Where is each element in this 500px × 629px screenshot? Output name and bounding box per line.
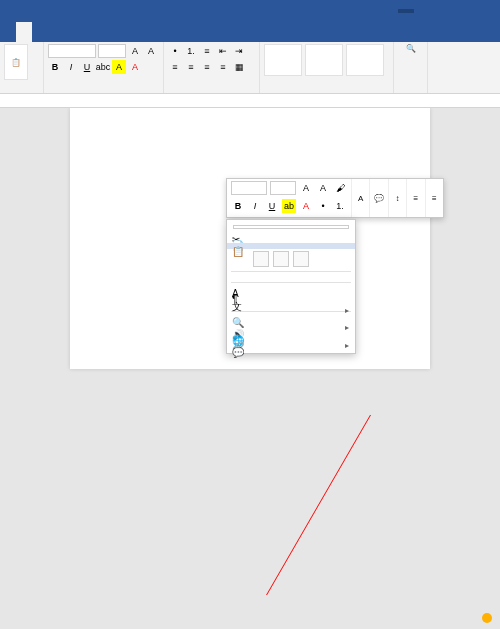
grow-font-icon[interactable]: A (128, 44, 142, 58)
menu-paste-options[interactable]: 📋 (227, 243, 355, 249)
mini-highlight-icon[interactable]: ab (282, 199, 296, 213)
tab-design[interactable] (48, 22, 64, 42)
underline-icon[interactable]: U (80, 60, 94, 74)
font-color-icon[interactable]: A (128, 60, 142, 74)
shading-icon[interactable]: ▦ (232, 60, 246, 74)
tab-review[interactable] (112, 22, 128, 42)
paste-option-buttons (227, 249, 355, 269)
watermark (482, 612, 494, 623)
tab-home[interactable] (16, 22, 32, 42)
paste-icon: 📋 (232, 246, 244, 257)
shrink-font-icon[interactable]: A (144, 44, 158, 58)
align-left-icon[interactable]: ≡ (168, 60, 182, 74)
mini-styles-button[interactable]: A (351, 179, 369, 217)
tab-file[interactable] (0, 22, 16, 42)
tab-mailings[interactable] (96, 22, 112, 42)
bold-icon[interactable]: B (48, 60, 62, 74)
bullets-icon[interactable]: • (168, 44, 182, 58)
tab-developer[interactable] (144, 22, 160, 42)
mini-font-color-icon[interactable]: A (299, 199, 313, 213)
mini-underline-icon[interactable]: U (265, 199, 279, 213)
numbering-icon[interactable]: 1. (184, 44, 198, 58)
align-center-icon[interactable]: ≡ (184, 60, 198, 74)
mini-font-name[interactable] (231, 181, 267, 195)
mini-newcomment-button[interactable]: 💬 (369, 179, 387, 217)
tab-layout[interactable] (64, 22, 80, 42)
italic-icon[interactable]: I (64, 60, 78, 74)
menu-search-input[interactable] (233, 225, 349, 229)
find-icon[interactable]: 🔍 (406, 44, 416, 53)
login-button[interactable] (398, 9, 414, 13)
mini-linespacing-button[interactable]: ↕ (388, 179, 406, 217)
weibo-icon (482, 613, 492, 623)
multilevel-icon[interactable]: ≡ (200, 44, 214, 58)
mini-bullets-icon[interactable]: • (316, 199, 330, 213)
paste-button[interactable]: 📋 (4, 44, 28, 80)
mini-grow-icon[interactable]: A (299, 181, 313, 195)
mini-italic-icon[interactable]: I (248, 199, 262, 213)
highlight-icon[interactable]: A (112, 60, 126, 74)
align-right-icon[interactable]: ≡ (200, 60, 214, 74)
horizontal-ruler (0, 94, 500, 108)
context-menu: ✂ 📄 📋 A ¶ 文 ▸ 🔍 ▸ 🔊 🌐 🔗▸ 💬 (226, 219, 356, 354)
menu-symbol[interactable]: ▸ (227, 303, 355, 309)
paste-merge-icon[interactable] (273, 251, 289, 267)
mini-shrink-icon[interactable]: A (316, 181, 330, 195)
mini-center-button[interactable]: ≡ (425, 179, 443, 217)
tab-references[interactable] (80, 22, 96, 42)
mini-format-painter-icon[interactable]: 🖌 (333, 181, 347, 195)
style-heading1[interactable] (346, 44, 384, 76)
style-nospacing[interactable] (305, 44, 343, 76)
mini-bold-icon[interactable]: B (231, 199, 245, 213)
tab-help[interactable] (160, 22, 176, 42)
mini-font-size[interactable] (270, 181, 296, 195)
font-size-select[interactable] (98, 44, 126, 58)
indent-dec-icon[interactable]: ⇤ (216, 44, 230, 58)
comment-icon: 💬 (232, 347, 244, 358)
justify-icon[interactable]: ≡ (216, 60, 230, 74)
strike-icon[interactable]: abc (96, 60, 110, 74)
menu-hanzi[interactable] (227, 274, 355, 280)
font-name-select[interactable] (48, 44, 96, 58)
mini-numbering-icon[interactable]: 1. (333, 199, 347, 213)
menu-newcomment[interactable]: 💬 (227, 344, 355, 350)
mini-justify-button[interactable]: ≡ (406, 179, 424, 217)
tab-pdf[interactable] (176, 22, 192, 42)
indent-inc-icon[interactable]: ⇥ (232, 44, 246, 58)
tab-view[interactable] (128, 22, 144, 42)
paste-text-only-icon[interactable] (293, 251, 309, 267)
mini-toolbar: A A 🖌 B I U ab A • 1. A 💬 ↕ ≡ ≡ (226, 178, 444, 218)
paste-keep-source-icon[interactable] (253, 251, 269, 267)
style-normal[interactable] (264, 44, 302, 76)
tab-insert[interactable] (32, 22, 48, 42)
